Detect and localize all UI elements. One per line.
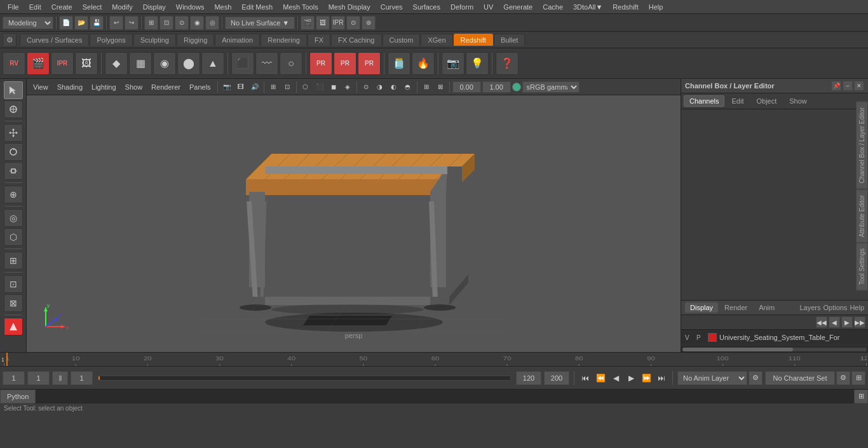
ws-tab-sculpting[interactable]: Sculpting	[133, 34, 176, 46]
total-frames-input[interactable]	[544, 371, 569, 385]
shelf-icon-rs3[interactable]: PR	[358, 52, 381, 75]
ws-gear-btn[interactable]: ⚙	[3, 33, 17, 47]
shelf-icon-camera[interactable]: 📷	[442, 52, 465, 75]
layer-opt-layers[interactable]: Layers	[799, 304, 820, 311]
vp-light[interactable]: ◈	[341, 81, 354, 93]
vp-menu-lighting[interactable]: Lighting	[88, 82, 120, 92]
menu-curves[interactable]: Curves	[376, 2, 408, 12]
vp-film-btn[interactable]: 🎞	[234, 81, 247, 93]
layer-tab-anim[interactable]: Anim	[754, 302, 780, 313]
vp-snap1[interactable]: ⊞	[267, 81, 280, 93]
menu-redshift[interactable]: Redshift	[607, 2, 643, 12]
menu-deform[interactable]: Deform	[445, 2, 478, 12]
menu-mesh[interactable]: Mesh	[209, 2, 236, 12]
shelf-icon-light[interactable]: 💡	[466, 52, 489, 75]
snap-btn-5[interactable]: ◎	[205, 16, 219, 30]
vp-dof[interactable]: ◓	[402, 81, 414, 93]
anim-layer-dropdown[interactable]: No Anim Layer	[677, 371, 747, 385]
vp-menu-renderer[interactable]: Renderer	[147, 82, 184, 92]
playback-rewind[interactable]: ⏮	[579, 372, 592, 384]
ch-tab-show[interactable]: Show	[783, 95, 813, 107]
transform-btn[interactable]: ⊕	[4, 186, 23, 203]
render-btn-2[interactable]: 🖼	[316, 16, 330, 30]
menu-surfaces[interactable]: Surfaces	[408, 2, 445, 12]
vp-menu-show[interactable]: Show	[121, 82, 147, 92]
render-btn-1[interactable]: 🎬	[301, 16, 315, 30]
python-tab[interactable]: Python	[0, 390, 36, 404]
ch-tab-object[interactable]: Object	[750, 95, 782, 107]
vp-image-plane[interactable]: ⊠	[434, 81, 447, 93]
char-set-icon-1[interactable]: ⚙	[836, 371, 850, 385]
snap-btn-2[interactable]: ⊡	[159, 16, 173, 30]
vp-cam-btn[interactable]: 📷	[220, 81, 233, 93]
shelf-icon-sphere[interactable]: ◉	[153, 52, 176, 75]
mode-dropdown[interactable]: Modeling	[3, 17, 53, 29]
menu-select[interactable]: Select	[78, 2, 107, 12]
shelf-icon-rv[interactable]: RV	[3, 52, 25, 75]
shelf-icon-bowl[interactable]: 🫙	[388, 52, 410, 75]
shelf-icon-rs1[interactable]: PR	[309, 52, 332, 75]
ch-tab-edit[interactable]: Edit	[726, 95, 749, 107]
shelf-icon-ipr[interactable]: IPR	[51, 52, 74, 75]
anim-layer-icon[interactable]: ⚙	[749, 371, 763, 385]
vp-menu-shading[interactable]: Shading	[53, 82, 86, 92]
menu-display[interactable]: Display	[138, 2, 171, 12]
playback-forward[interactable]: ▶	[625, 372, 637, 384]
select-tool-btn[interactable]	[4, 81, 23, 99]
cb-close-btn[interactable]: ✕	[854, 81, 864, 91]
ws-tab-fx-caching[interactable]: FX Caching	[331, 34, 381, 46]
ws-tab-redshift[interactable]: Redshift	[454, 34, 493, 46]
shelf-icon-help[interactable]: ❓	[496, 52, 519, 75]
render-btn-4[interactable]: ⊙	[346, 16, 360, 30]
playback-prev[interactable]: ⏪	[594, 372, 607, 384]
redshift-logo-btn[interactable]	[4, 318, 23, 336]
live-surface-btn[interactable]: No Live Surface ▼	[225, 17, 295, 29]
vp-ao[interactable]: ◐	[388, 81, 400, 93]
end-frame-input[interactable]	[516, 371, 541, 385]
scale-tool-btn[interactable]	[4, 162, 23, 180]
move-tool-btn[interactable]	[4, 124, 23, 142]
layer-prev2-btn[interactable]: ◀	[829, 316, 840, 328]
menu-generate[interactable]: Generate	[498, 2, 538, 12]
shelf-icon-flame[interactable]: 🔥	[412, 52, 435, 75]
ch-tab-channels[interactable]: Channels	[684, 95, 724, 107]
shelf-icon-cone[interactable]: ▲	[201, 52, 224, 75]
playback-back[interactable]: ◀	[609, 372, 622, 384]
undo-btn[interactable]: ↩	[109, 16, 123, 30]
timeline-numbers[interactable]: 1 10 20 30 40 50 60 70 80 90 100 110 120	[4, 353, 867, 367]
viewport-canvas[interactable]: x y z persp	[27, 95, 681, 352]
vp-color-swatch[interactable]	[512, 83, 521, 92]
vp-menu-view[interactable]: View	[29, 82, 52, 92]
edge-tab-attr-editor[interactable]: Attribute Editor	[856, 189, 868, 243]
snap-mode-btn[interactable]: ⊡	[4, 275, 23, 293]
layer-row-0[interactable]: V P University_Seating_System_Table_For	[682, 331, 867, 344]
current-frame-input[interactable]	[3, 371, 25, 385]
vp-grid[interactable]: ⊞	[420, 81, 433, 93]
ws-tab-fx[interactable]: FX	[308, 34, 330, 46]
cb-pin-btn[interactable]: 📌	[831, 81, 841, 91]
menu-windows[interactable]: Windows	[171, 2, 210, 12]
shelf-icon-cube[interactable]: ⬛	[231, 52, 254, 75]
shelf-icon-rs2[interactable]: PR	[334, 52, 356, 75]
frame-end-range[interactable]	[71, 371, 93, 385]
menu-file[interactable]: File	[3, 2, 24, 12]
lasso-btn[interactable]: ⬡	[4, 228, 23, 246]
vp-texture[interactable]: ◼	[327, 81, 340, 93]
menu-edit[interactable]: Edit	[24, 2, 46, 12]
shelf-icon-sphere2[interactable]: ⬤	[177, 52, 200, 75]
ws-tab-polygons[interactable]: Polygons	[90, 34, 132, 46]
save-btn[interactable]: 💾	[90, 16, 104, 30]
python-grid-icon[interactable]: ⊞	[854, 390, 868, 404]
char-set-icon-2[interactable]: ⊞	[851, 371, 865, 385]
layer-next-btn[interactable]: ▶	[841, 316, 853, 328]
shelf-icon-ring[interactable]: ○	[280, 52, 302, 75]
vp-menu-panels[interactable]: Panels	[186, 82, 215, 92]
char-set-btn[interactable]: No Character Set	[765, 371, 835, 385]
playback-next[interactable]: ⏩	[640, 372, 653, 384]
shelf-icon-grid[interactable]: ▦	[129, 52, 152, 75]
ws-tab-custom[interactable]: Custom	[383, 34, 421, 46]
ws-tab-xgen[interactable]: XGen	[421, 34, 452, 46]
new-scene-btn[interactable]: 📄	[59, 16, 73, 30]
shelf-icon-diamond[interactable]: ◆	[105, 52, 128, 75]
layer-scroll-track[interactable]	[682, 348, 867, 351]
